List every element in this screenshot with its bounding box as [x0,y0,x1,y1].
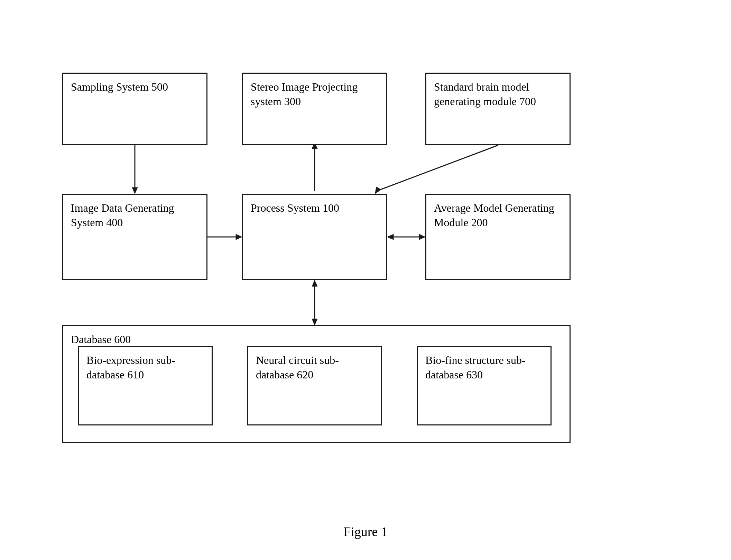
database-label: Database 600 [71,332,562,347]
standard-brain-box: Standard brain model generating module 7… [425,73,571,145]
image-data-label: Image Data Generating System 400 [71,202,174,229]
image-data-box: Image Data Generating System 400 [62,194,207,280]
neural-circuit-box: Neural circuit sub-database 620 [247,346,382,425]
svg-marker-1 [132,187,138,194]
sampling-system-box: Sampling System 500 [62,73,207,145]
process-system-label: Process System 100 [251,202,339,214]
sampling-system-label: Sampling System 500 [71,81,168,93]
diagram-container: Sampling System 500 Stereo Image Project… [28,28,703,532]
svg-line-6 [377,145,498,191]
stereo-image-box: Stereo Image Projecting system 300 [242,73,387,145]
svg-marker-7 [375,187,381,194]
bio-expression-box: Bio-expression sub-database 610 [78,346,213,425]
svg-marker-12 [312,319,317,325]
standard-brain-label: Standard brain model generating module 7… [434,81,536,108]
average-model-label: Average Model Generating Module 200 [434,202,554,229]
bio-fine-box: Bio-fine structure sub-database 630 [417,346,552,425]
svg-marker-10 [387,234,394,240]
bio-expression-label: Bio-expression sub-database 610 [86,354,175,381]
stereo-image-label: Stereo Image Projecting system 300 [251,81,358,108]
svg-marker-13 [312,280,317,286]
bio-fine-label: Bio-fine structure sub-database 630 [425,354,526,381]
figure-caption: Figure 1 [343,524,388,539]
svg-marker-3 [236,234,242,240]
svg-marker-9 [419,234,425,240]
process-system-box: Process System 100 [242,194,387,280]
neural-circuit-label: Neural circuit sub-database 620 [256,354,339,381]
average-model-box: Average Model Generating Module 200 [425,194,571,280]
